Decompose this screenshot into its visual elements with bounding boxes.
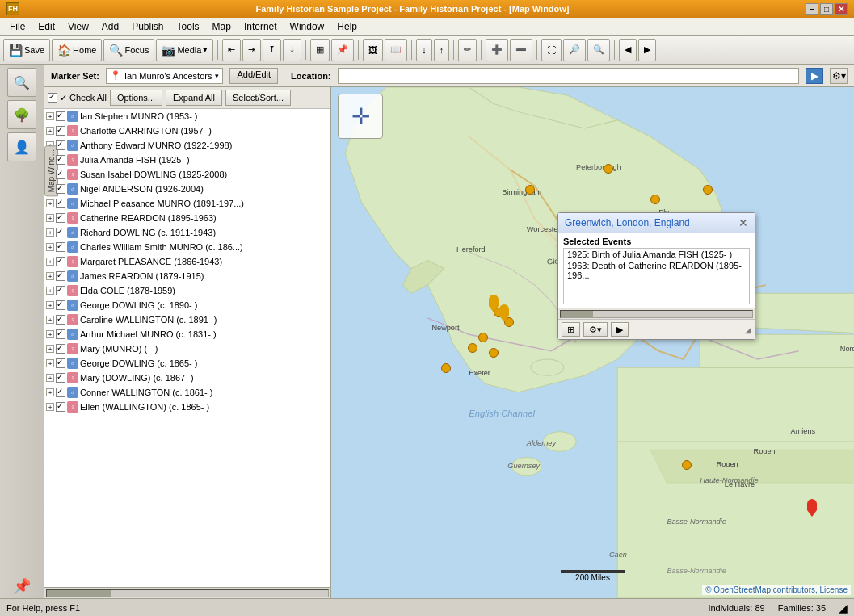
zoom-select-button[interactable]: 🔎	[563, 39, 586, 61]
expand-button[interactable]: +	[46, 374, 54, 382]
person-checkbox[interactable]	[56, 140, 65, 150]
person-checkbox[interactable]	[56, 184, 65, 194]
menu-item-file[interactable]: File	[3, 19, 32, 34]
home-button[interactable]: 🏠 Home	[52, 39, 102, 61]
next-button[interactable]: ▶	[638, 39, 656, 61]
grid-button[interactable]: ▦	[310, 39, 330, 61]
expand-button[interactable]: +	[46, 243, 54, 251]
expand-button[interactable]: +	[46, 388, 54, 396]
marker-birmingham[interactable]	[525, 185, 535, 195]
prev-button[interactable]: ◀	[619, 39, 637, 61]
person-checkbox[interactable]	[56, 213, 65, 223]
person-checkbox[interactable]	[56, 170, 65, 179]
expand-button[interactable]: +	[46, 272, 54, 280]
menu-item-internet[interactable]: Internet	[238, 19, 284, 34]
popup-resize-handle[interactable]: ◢	[745, 325, 751, 334]
photo-button[interactable]: 🖼	[363, 39, 383, 61]
expand-button[interactable]: +	[46, 316, 54, 324]
list-item[interactable]: +♀Caroline WALLINGTON (c. 1891- )	[44, 312, 330, 327]
list-item[interactable]: +♂Anthony Edward MUNRO (1922-1998)	[44, 138, 330, 153]
marker-peterborough[interactable]	[604, 164, 613, 174]
popup-back-button[interactable]: ⊞	[562, 322, 580, 337]
person-checkbox[interactable]	[56, 242, 65, 252]
minimize-button[interactable]: −	[806, 3, 818, 15]
expand-button[interactable]: +	[46, 258, 54, 266]
list-scrollbar[interactable]	[44, 587, 330, 598]
expand-button[interactable]: +	[46, 403, 54, 411]
pin-button[interactable]: 📌	[331, 39, 354, 61]
resize-handle[interactable]: ◢	[839, 601, 848, 614]
person-checkbox[interactable]	[56, 257, 65, 266]
popup-scrollbar[interactable]	[558, 308, 755, 319]
map-attribution[interactable]: © OpenStreetMap contributors, License	[702, 585, 851, 595]
person-checkbox[interactable]	[56, 126, 65, 136]
expand-button[interactable]: +	[46, 228, 54, 237]
list-item[interactable]: +♀Mary (MUNRO) ( - )	[44, 342, 330, 356]
menu-item-publish[interactable]: Publish	[125, 19, 170, 34]
expand-all-button[interactable]: Expand All	[166, 90, 222, 106]
list-item[interactable]: +♂George DOWLING (c. 1890- )	[44, 298, 330, 312]
list-item[interactable]: +♂Arthur Michael MUNRO (c. 1831- )	[44, 327, 330, 342]
pin-orange-sw2[interactable]	[499, 304, 509, 322]
add-edit-button[interactable]: Add/Edit	[229, 68, 278, 84]
add-button[interactable]: ➕	[486, 39, 508, 61]
edit-button[interactable]: ✏	[458, 39, 477, 61]
popup-settings-button[interactable]: ⚙▾	[583, 322, 608, 337]
list-item[interactable]: +♀Susan Isabel DOWLING (1925-2008)	[44, 167, 330, 182]
expand-button[interactable]: +	[46, 330, 54, 338]
map-area[interactable]: Peterborough Birmingham Hereford Worcest…	[331, 87, 854, 598]
person-checkbox[interactable]	[56, 111, 65, 121]
expand-button[interactable]: +	[46, 112, 54, 120]
person-checkbox[interactable]	[56, 402, 65, 412]
list-scroll-track[interactable]	[46, 589, 329, 597]
person-side-button[interactable]: 👤	[7, 132, 36, 161]
media-button[interactable]: 📷 Media ▾	[156, 39, 213, 61]
list-item[interactable]: +♀Julia Amanda FISH (1925- )	[44, 153, 330, 167]
marker-norwich[interactable]	[703, 185, 713, 195]
pin-side-button[interactable]: 📌	[13, 577, 31, 595]
list-item[interactable]: +♂Ian Stephen MUNRO (1953- )	[44, 109, 330, 124]
list-item[interactable]: +♂Conner WALLINGTON (c. 1861- )	[44, 385, 330, 400]
list-item[interactable]: +♀Margaret PLEASANCE (1866-1943)	[44, 254, 330, 269]
align-up-button[interactable]: ⤒	[263, 39, 281, 61]
save-button[interactable]: 💾 Save	[3, 39, 50, 61]
popup-scroll-track[interactable]	[560, 310, 753, 318]
marker-sw1[interactable]	[478, 333, 488, 342]
expand-button[interactable]: +	[46, 287, 54, 295]
list-item[interactable]: +♂Nigel ANDERSON (1926-2004)	[44, 182, 330, 196]
person-checkbox[interactable]	[56, 300, 65, 310]
focus-button[interactable]: 🔍 Focus	[103, 39, 154, 61]
align-down-button[interactable]: ⤓	[283, 39, 301, 61]
align-right-button[interactable]: ⇥	[242, 39, 261, 61]
menu-item-help[interactable]: Help	[330, 19, 364, 34]
list-item[interactable]: +♀Elda COLE (1878-1959)	[44, 283, 330, 298]
pin-orange-sw1[interactable]	[489, 295, 499, 312]
popup-close-button[interactable]: ✕	[738, 216, 748, 229]
search-side-button[interactable]: 🔍	[7, 68, 36, 97]
location-input[interactable]	[338, 68, 799, 84]
person-checkbox[interactable]	[56, 329, 65, 339]
expand-button[interactable]: +	[46, 359, 54, 367]
popup-event-list[interactable]: 1925: Birth of Julia Amanda FISH (1925- …	[563, 248, 750, 304]
list-item[interactable]: +♂George DOWLING (c. 1865- )	[44, 356, 330, 371]
expand-button[interactable]: +	[46, 301, 54, 309]
person-checkbox[interactable]	[56, 373, 65, 383]
marker-le-havre[interactable]	[682, 460, 692, 470]
person-checkbox[interactable]	[56, 344, 65, 354]
close-button[interactable]: ✕	[835, 3, 848, 15]
menu-item-window[interactable]: Window	[284, 19, 331, 34]
list-item[interactable]: +♂Michael Pleasance MUNRO (1891-197...)	[44, 196, 330, 211]
marker-exeter[interactable]	[441, 363, 451, 373]
menu-item-add[interactable]: Add	[95, 19, 125, 34]
list-item[interactable]: +♀Catherine REARDON (1895-1963)	[44, 211, 330, 225]
zoom-in-button[interactable]: 🔍	[587, 39, 610, 61]
list-item[interactable]: +♀Mary (DOWLING) (c. 1867- )	[44, 371, 330, 385]
menu-item-view[interactable]: View	[61, 19, 95, 34]
menu-item-map[interactable]: Map	[206, 19, 238, 34]
select-sort-button[interactable]: Select/Sort...	[225, 90, 291, 106]
align-left-button[interactable]: ⇤	[222, 39, 241, 61]
marker-sw2[interactable]	[468, 343, 477, 353]
settings-button[interactable]: ⚙▾	[830, 68, 848, 84]
expand-button[interactable]: +	[46, 127, 54, 135]
list-item[interactable]: +♂Richard DOWLING (c. 1911-1943)	[44, 225, 330, 240]
